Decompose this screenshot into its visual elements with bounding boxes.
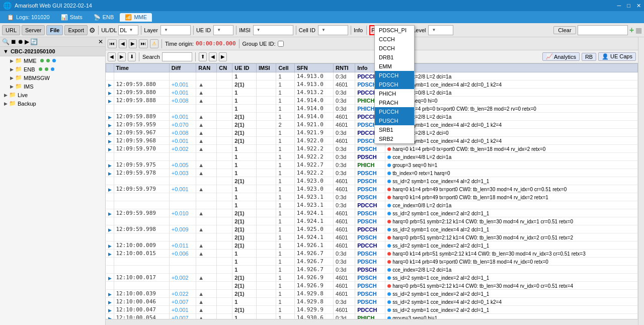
table-row[interactable]: ▶12:09:59.888+0.008▲1114.914.00:3dPHICHg…: [106, 97, 638, 105]
col-header-time[interactable]: Time: [114, 64, 169, 72]
table-row[interactable]: 1114.914.00:3dPHICHharq=0 k1=4 prb=0 tx=…: [106, 105, 638, 113]
dropdown-item-emm[interactable]: EMM: [375, 62, 414, 71]
cell-id-select[interactable]: ▼: [318, 25, 348, 35]
table-row[interactable]: ▶12:09:59.975+0.005▲1114.922.70:3dPHICHg…: [106, 161, 638, 169]
bottom-scrollbar[interactable]: [106, 319, 638, 325]
table-row[interactable]: 1114.926.70:3dPDSCHcce_index=2/8 L=2 dci…: [106, 266, 638, 274]
dropdown-item-prach[interactable]: PRACH: [375, 98, 414, 107]
dl-select[interactable]: DL ▼: [118, 25, 138, 35]
table-row[interactable]: ▶12:09:59.970+0.002▲1114.922.20:3dPDSCHh…: [106, 145, 638, 153]
table-row[interactable]: ▶12:09:59.998+0.009▲2(1)114.925.04601PDC…: [106, 225, 638, 233]
ue-caps-button[interactable]: 👤 UE Caps: [598, 52, 636, 61]
dropdown-item-pdcch[interactable]: PDCCH: [375, 71, 414, 80]
add-filter-button[interactable]: +: [629, 26, 634, 35]
layer-select[interactable]: ▼: [160, 25, 191, 35]
table-row[interactable]: 1114.923.10:3dPDCCHcce_index=0/8 L=2 dci…: [106, 201, 638, 209]
sidebar-item-backup[interactable]: ▶ 📁 Backup: [0, 99, 105, 108]
maximize-btn[interactable]: □: [627, 3, 630, 9]
col-header-diff[interactable]: Diff: [169, 64, 196, 72]
analytics-button[interactable]: 📈 Analytics: [542, 52, 580, 61]
nav-first[interactable]: ⏮: [108, 39, 117, 48]
col-header-imsi[interactable]: IMSI: [257, 64, 276, 72]
col-header-sfn[interactable]: SFN: [294, 64, 333, 72]
toolbar-icon-1[interactable]: ⚙: [89, 26, 96, 34]
sidebar-icon-record[interactable]: ⏺: [18, 38, 24, 45]
clear-button[interactable]: Clear: [553, 26, 576, 34]
dropdown-item-pusch[interactable]: PUSCH: [375, 116, 414, 125]
sidebar-icon-close[interactable]: ✕: [98, 38, 103, 45]
pdsch-pi-dropdown[interactable]: PDSCH_PICCCHDCCHDRB1EMMPDCCHPDSCHPHICHPR…: [374, 25, 415, 144]
tab-enb[interactable]: 📡 ENB: [89, 13, 119, 22]
table-row[interactable]: 2(1)114.923.04601PDSCHss_id=2 symb=1 cce…: [106, 177, 638, 185]
col-header-cn[interactable]: CN: [217, 64, 232, 72]
close-btn[interactable]: ✕: [636, 3, 641, 9]
nav-prev[interactable]: ◀: [119, 39, 127, 48]
dropdown-item-pdsch[interactable]: PDSCH: [375, 80, 414, 89]
table-row[interactable]: ▶12:09:59.968+0.001▲2(1)114.922.04601PDS…: [106, 137, 638, 145]
sidebar-item-mbmsgw[interactable]: ▶ 📁 MBMSGW: [0, 73, 105, 82]
filter-input[interactable]: [578, 25, 628, 35]
search-prev[interactable]: ◀: [108, 52, 116, 61]
table-row[interactable]: 1114.923.10:3dPDSCHharq=0 k1=4 prb=49 tx…: [106, 193, 638, 201]
search-down[interactable]: ⬇: [128, 52, 136, 61]
table-row[interactable]: ▶12:10:00.054+0.007▲1114.930.60:3dPHICHg…: [106, 314, 638, 319]
search-next[interactable]: ▶: [118, 52, 126, 61]
nav-last[interactable]: ⏭: [139, 39, 148, 48]
tab-logs[interactable]: 📋 Logs: 101020: [2, 13, 55, 22]
col-header-ran[interactable]: RAN: [196, 64, 217, 72]
search-input[interactable]: 0_1: [162, 52, 192, 61]
table-row[interactable]: ▶12:09:59.889+0.001▲2(1)114.914.04601PDC…: [106, 113, 638, 121]
rb-button[interactable]: RB: [582, 53, 596, 61]
sidebar-icon-refresh[interactable]: 🔄: [30, 38, 38, 45]
table-row[interactable]: 1114.922.20:3dPDSCHcce_index=4/8 L=2 dci…: [106, 153, 638, 161]
export-button[interactable]: Export: [64, 25, 88, 35]
level-select[interactable]: ▼: [428, 25, 453, 35]
table-row[interactable]: ▶12:09:59.978+0.003▲1114.922.20:3dPDSCHt…: [106, 169, 638, 177]
table-row[interactable]: ▶12:10:00.015+0.006▲1114.926.70:3dPDSCHh…: [106, 250, 638, 258]
group-ue-checkbox[interactable]: [278, 41, 284, 47]
table-row[interactable]: ▶12:10:00.017+0.002▲2(1)114.926.94601PDS…: [106, 274, 638, 282]
table-row[interactable]: 1114.913.00:3dPDCCHcce_index=2/8 L=2 dci…: [106, 72, 638, 80]
nav-next[interactable]: ▶: [129, 39, 137, 48]
table-row[interactable]: 2(1)114.924.14601PDSCHharq=0 prb=51 symb…: [106, 217, 638, 225]
table-row[interactable]: ▶12:10:00.047+0.001▲2(1)114.929.94601PDC…: [106, 306, 638, 314]
col-header-cell[interactable]: Cell: [276, 64, 294, 72]
table-row[interactable]: ▶12:09:59.959+0.070▲2(1)214.921.04601PDS…: [106, 121, 638, 129]
table-row[interactable]: ▶12:09:59.989+0.010▲2(1)114.924.14601PDS…: [106, 209, 638, 217]
table-row[interactable]: ▶12:09:59.967+0.008▲2(1)114.921.90:3dPDC…: [106, 129, 638, 137]
dropdown-item-pucch[interactable]: PUCCH: [375, 107, 414, 116]
table-row[interactable]: 2(1)114.926.94601PDSCHharq=0 prb=51 symb…: [106, 282, 638, 290]
table-row[interactable]: 2(1)114.924.14601PDSCHharq=0 prb=51 symb…: [106, 233, 638, 241]
dropdown-item-drb1[interactable]: DRB1: [375, 53, 414, 62]
table-row[interactable]: ▶12:09:59.979+0.001▲1114.923.04601PDSCHh…: [106, 185, 638, 193]
url-button[interactable]: URL: [2, 25, 20, 35]
table-row[interactable]: ▶12:09:59.880+0.001▲1114.913.20:3dPDCCHc…: [106, 89, 638, 97]
table-row[interactable]: 1114.926.70:3dPDSCHharq=0 k1=4 prb=49 tx…: [106, 258, 638, 266]
dropdown-item-srb2[interactable]: SRB2: [375, 134, 414, 143]
sidebar-icon-search[interactable]: 🔍: [2, 38, 10, 45]
next-result[interactable]: ▶: [219, 52, 227, 61]
table-row[interactable]: ▶12:09:59.880+0.001▲2(1)114.913.04601PDS…: [106, 80, 638, 89]
dropdown-item-ccch[interactable]: CCCH: [375, 35, 414, 44]
table-row[interactable]: ▶12:10:00.039+0.022▲2(1)114.929.84601PDS…: [106, 290, 638, 298]
sidebar-item-live[interactable]: ▶ 📁 Live: [0, 91, 105, 99]
sidebar-item-enb[interactable]: ▶ 📁 ENB: [0, 65, 105, 73]
col-header-rnti[interactable]: RNTI: [334, 64, 355, 72]
col-header-message[interactable]: Message: [385, 64, 638, 72]
nav-warning[interactable]: ⚠: [150, 39, 158, 48]
sidebar-item-ims[interactable]: ▶ 📁 IMS: [0, 82, 105, 91]
imsi-select[interactable]: ▼: [253, 25, 293, 35]
table-row[interactable]: ▶12:10:00.009+0.011▲2(1)114.926.14601PDC…: [106, 241, 638, 250]
dropdown-item-dcch[interactable]: DCCH: [375, 44, 414, 53]
ue-id-select[interactable]: ▼: [213, 25, 233, 35]
file-button[interactable]: File: [46, 25, 63, 35]
sidebar-icon-stop[interactable]: ⏹: [11, 38, 17, 45]
dropdown-item-phich[interactable]: PHICH: [375, 89, 414, 98]
dropdown-item-srb1[interactable]: SRB1: [375, 125, 414, 134]
table-container[interactable]: Time Diff RAN CN UE ID IMSI Cell SFN RNT…: [106, 63, 638, 319]
sidebar-item-mme[interactable]: ▶ 📁 MME: [0, 56, 105, 65]
export-btn2[interactable]: ⬆: [199, 52, 207, 61]
minimize-btn[interactable]: ─: [617, 3, 621, 9]
col-header-ueid[interactable]: UE ID: [232, 64, 257, 72]
table-row[interactable]: ▶12:10:00.046+0.007▲1114.929.80:3dPDSCHs…: [106, 298, 638, 306]
